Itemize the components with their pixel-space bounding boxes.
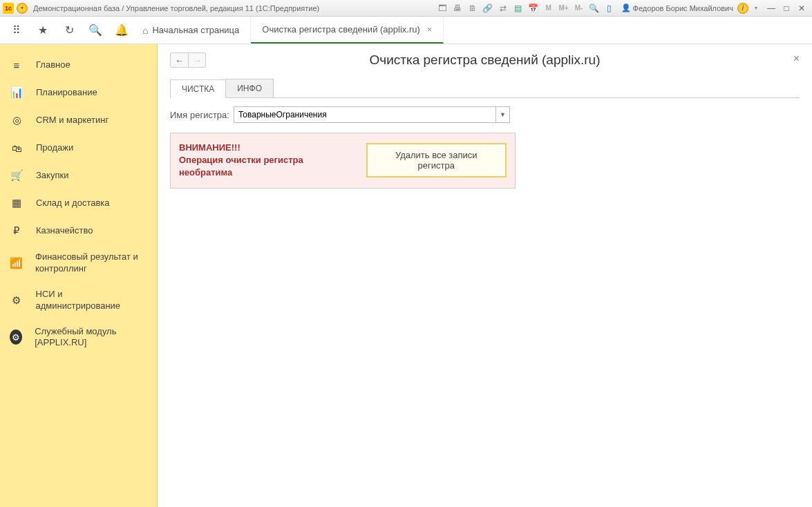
chart-icon: 📶	[10, 256, 23, 270]
sidebar-item-planning[interactable]: 📊Планирование	[0, 79, 157, 106]
info-button[interactable]: i	[737, 3, 748, 14]
print-icon[interactable]: 🖶	[451, 2, 464, 15]
delete-all-records-button[interactable]: Удалить все записи регистра	[366, 143, 507, 178]
link-icon[interactable]: 🔗	[482, 2, 494, 15]
compare-icon[interactable]: ⇄	[497, 2, 509, 15]
tab-cleanup-label: Очистка регистра сведений (applix.ru)	[262, 24, 420, 35]
sidebar-item-treasury[interactable]: ₽Казначейство	[0, 217, 157, 245]
tab-chistka[interactable]: ЧИСТКА	[170, 79, 226, 98]
ruble-icon: ₽	[10, 224, 23, 238]
calendar-icon[interactable]: 📅	[527, 2, 540, 15]
user-name: Федоров Борис Михайлович	[633, 4, 733, 12]
grid-icon: ▦	[10, 196, 23, 210]
main-toolbar: ⠿ ★ ↻ 🔍 🔔 ⌂ Начальная страница Очистка р…	[0, 17, 812, 44]
report-icon[interactable]: ▤	[512, 2, 525, 15]
notifications-bell-icon[interactable]: 🔔	[115, 23, 129, 37]
planning-icon: 📊	[10, 86, 23, 99]
maximize-button[interactable]: □	[780, 3, 793, 14]
memory-mplus-button[interactable]: M+	[558, 2, 570, 15]
sidebar-item-purchases[interactable]: 🛒Закупки	[0, 162, 157, 189]
current-user[interactable]: 👤 Федоров Борис Михайлович	[621, 3, 733, 12]
sidebar-item-finance[interactable]: 📶Финансовый результат и контроллинг	[0, 245, 157, 282]
tab-info[interactable]: ИНФО	[225, 79, 274, 97]
register-name-input[interactable]	[234, 107, 495, 122]
menu-icon: ≡	[10, 58, 23, 72]
sidebar-item-admin[interactable]: ⚙НСИ и администрирование	[0, 282, 157, 319]
register-name-label: Имя регистра:	[170, 110, 229, 120]
content-close-button[interactable]: ×	[793, 52, 800, 65]
warning-line1: ВНИМАНИЕ!!!	[179, 142, 355, 154]
history-icon[interactable]: ↻	[62, 23, 76, 37]
home-icon: ⌂	[142, 25, 148, 36]
system-menu-dropdown[interactable]: ▾	[17, 3, 28, 14]
navigation-sidebar: ≡Главное 📊Планирование ◎CRM и маркетинг …	[0, 44, 158, 507]
apps-grid-icon[interactable]: ⠿	[10, 23, 23, 37]
gear-dark-icon: ⚙	[10, 329, 22, 345]
window-titlebar: 1c ▾ Демонстрационная база / Управление …	[0, 0, 812, 17]
info-dropdown-icon[interactable]: ▾	[750, 2, 762, 15]
zoom-icon[interactable]: 🔍	[588, 2, 601, 15]
preview-icon[interactable]: 🗔	[436, 2, 449, 15]
page-title: Очистка регистра сведений (applix.ru)	[170, 52, 800, 68]
favorites-star-icon[interactable]: ★	[36, 23, 50, 37]
user-icon: 👤	[621, 3, 631, 12]
app-logo-1c: 1c	[3, 3, 14, 14]
bag-icon: 🛍	[10, 141, 23, 155]
sidebar-item-crm[interactable]: ◎CRM и маркетинг	[0, 106, 157, 134]
search-icon[interactable]: 🔍	[88, 23, 102, 37]
close-button[interactable]: ✕	[795, 3, 809, 14]
content-area: × ← → Очистка регистра сведений (applix.…	[158, 44, 812, 507]
page-tabs: ⌂ Начальная страница Очистка регистра св…	[131, 17, 444, 44]
tab-home[interactable]: ⌂ Начальная страница	[131, 17, 251, 44]
warning-text: ВНИМАНИЕ!!! Операция очистки регистра не…	[179, 142, 355, 180]
gear-icon: ⚙	[10, 294, 23, 307]
window-title: Демонстрационная база / Управление торго…	[33, 4, 319, 12]
register-name-field: ▼	[234, 106, 510, 123]
document-icon[interactable]: 🗎	[466, 2, 479, 15]
memory-m-button[interactable]: M	[542, 2, 555, 15]
cart-icon: 🛒	[10, 169, 23, 182]
sidebar-item-main[interactable]: ≡Главное	[0, 51, 157, 79]
tab-home-label: Начальная страница	[152, 25, 239, 35]
warning-line2: Операция очистки регистра необратима	[179, 154, 355, 179]
sidebar-item-sales[interactable]: 🛍Продажи	[0, 134, 157, 162]
minimize-button[interactable]: —	[764, 3, 778, 14]
sidebar-item-warehouse[interactable]: ▦Склад и доставка	[0, 189, 157, 217]
sidebar-item-applix[interactable]: ⚙Служебный модуль [APPLIX.RU]	[0, 319, 157, 356]
memory-mminus-button[interactable]: M-	[573, 2, 585, 15]
panel-icon[interactable]: ▯	[603, 2, 616, 15]
dropdown-arrow-icon[interactable]: ▼	[495, 107, 509, 122]
tab-cleanup[interactable]: Очистка регистра сведений (applix.ru) ×	[251, 17, 444, 44]
content-tabstrip: ЧИСТКА ИНФО	[170, 79, 800, 98]
target-icon: ◎	[10, 113, 23, 127]
tab-close-icon[interactable]: ×	[427, 24, 433, 35]
warning-panel: ВНИМАНИЕ!!! Операция очистки регистра не…	[170, 133, 516, 189]
